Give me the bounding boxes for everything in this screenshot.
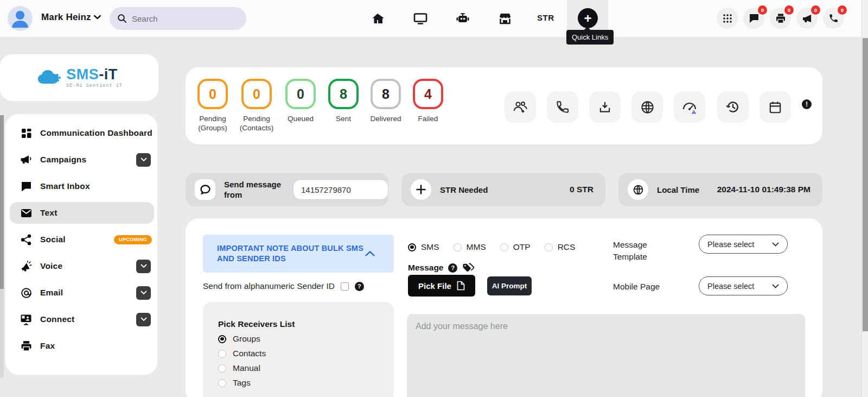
fax-button[interactable]: 0 xyxy=(770,8,791,29)
chevron-down-icon[interactable] xyxy=(136,153,151,167)
message-label-row: Message ? xyxy=(408,263,474,273)
radio-rcs[interactable] xyxy=(545,243,553,251)
avatar[interactable] xyxy=(8,6,33,31)
globe-button[interactable] xyxy=(631,91,663,123)
sidebar-item-email[interactable]: Email xyxy=(10,282,154,304)
mobile-page-label: Mobile Page xyxy=(613,281,667,293)
file-icon xyxy=(457,281,465,291)
gauge-alert-icon xyxy=(681,99,698,115)
chevron-up-icon[interactable] xyxy=(365,250,375,257)
chat-bubble-icon xyxy=(20,181,33,192)
sidebar-item-text[interactable]: Text xyxy=(10,202,154,224)
bulk-sms-note-text: IMPORTANT NOTE ABOUT BULK SMS AND SENDER… xyxy=(217,243,363,264)
download-icon xyxy=(598,100,612,114)
sidebar-item-fax[interactable]: Fax xyxy=(10,335,154,357)
str-needed-label: STR Needed xyxy=(440,185,488,195)
chevron-down-icon[interactable] xyxy=(136,313,151,326)
stats-card: 0 Pending (Groups) 0 Pending (Contacts) … xyxy=(186,67,822,144)
main-scrollbar-thumb[interactable] xyxy=(863,38,868,331)
home-icon[interactable] xyxy=(371,11,386,26)
type-option-otp[interactable]: OTP xyxy=(500,242,531,252)
tags-icon[interactable] xyxy=(462,263,474,273)
send-from-label: Send message from xyxy=(224,179,285,200)
local-time-value: 2024-11-10 01:49:38 PM xyxy=(717,185,810,194)
history-button[interactable] xyxy=(717,91,749,123)
help-icon[interactable]: ? xyxy=(355,282,364,291)
sidebar-scrollbar-thumb[interactable] xyxy=(0,115,4,289)
sender-id-label: Send from alphanumeric Sender ID xyxy=(203,281,335,291)
apps-grid-button[interactable] xyxy=(717,8,738,29)
radio-contacts[interactable] xyxy=(218,350,226,358)
radio-manual[interactable] xyxy=(218,364,226,373)
user-name[interactable]: Mark Heinz xyxy=(41,12,91,23)
store-icon[interactable] xyxy=(497,11,513,26)
sidebar-item-smart-inbox[interactable]: Smart Inbox xyxy=(10,175,154,197)
calendar-button[interactable] xyxy=(760,91,791,123)
receivers-option-contacts[interactable]: Contacts xyxy=(218,349,394,358)
ai-prompt-button[interactable]: AI Prompt xyxy=(487,276,532,295)
stat-pending-groups: 0 Pending (Groups) xyxy=(188,79,237,133)
megaphone-icon xyxy=(20,154,33,165)
at-icon xyxy=(20,287,33,299)
sidebar-item-campaigns[interactable]: Campaigns xyxy=(10,149,154,171)
help-icon[interactable]: ? xyxy=(448,263,457,273)
stat-pending-contacts: 0 Pending (Contacts) xyxy=(232,79,281,133)
chat-bubble-icon xyxy=(195,179,215,200)
search-input[interactable] xyxy=(132,14,229,23)
chat-badge: 0 xyxy=(758,5,767,15)
message-template-select[interactable]: Please select xyxy=(699,235,788,254)
chevron-down-icon xyxy=(772,242,779,247)
phone-button[interactable]: 0 xyxy=(823,8,844,29)
chevron-down-icon xyxy=(772,284,779,288)
call-button[interactable] xyxy=(547,91,578,123)
sidebar-item-social[interactable]: Social UPCOMING xyxy=(10,229,154,250)
search-bar[interactable] xyxy=(110,7,246,30)
message-label: Message xyxy=(408,263,443,273)
gauge-alert-button[interactable] xyxy=(674,91,705,123)
sidebar-item-voice[interactable]: Voice xyxy=(10,255,154,277)
robot-icon[interactable] xyxy=(455,11,470,26)
receivers-option-groups[interactable]: Groups xyxy=(218,334,394,344)
chevron-down-icon[interactable] xyxy=(136,286,151,300)
chevron-down-icon[interactable] xyxy=(93,15,101,20)
type-option-sms[interactable]: SMS xyxy=(408,242,439,252)
sidebar-item-communication-dashboard[interactable]: Communication Dashboard xyxy=(10,122,154,144)
logo-card: SMS-iT SE-Mi Sentient iT xyxy=(0,54,158,101)
type-option-mms[interactable]: MMS xyxy=(454,242,486,252)
bulk-sms-note[interactable]: IMPORTANT NOTE ABOUT BULK SMS AND SENDER… xyxy=(203,235,394,273)
message-textarea[interactable] xyxy=(407,314,805,397)
radio-mms[interactable] xyxy=(454,243,462,251)
radio-tags[interactable] xyxy=(218,379,226,387)
radio-groups[interactable] xyxy=(218,335,226,343)
pick-file-button[interactable]: Pick File xyxy=(408,275,475,297)
sidebar-item-connect[interactable]: Connect xyxy=(10,308,154,330)
str-topbar-label[interactable]: STR xyxy=(537,13,554,22)
campaigns-button[interactable]: 0 xyxy=(796,8,818,29)
stat-delivered: 8 Delivered xyxy=(361,79,410,123)
local-time-card: Local Time 2024-11-10 01:49:38 PM xyxy=(618,173,822,206)
add-contacts-button[interactable] xyxy=(505,91,536,123)
alert-icon[interactable]: ! xyxy=(802,99,812,109)
logo-title: SMS-iT xyxy=(66,67,123,82)
str-needed-value: 0 STR xyxy=(570,185,593,194)
sidebar-scrollbar[interactable] xyxy=(0,115,4,377)
radio-otp[interactable] xyxy=(500,243,508,251)
mobile-page-select[interactable]: Please select xyxy=(699,276,788,295)
receivers-option-manual[interactable]: Manual xyxy=(218,363,394,373)
logo-cloud-icon xyxy=(36,67,64,88)
radio-sms[interactable] xyxy=(408,243,416,251)
quick-links-button[interactable]: + xyxy=(578,8,598,28)
import-button[interactable] xyxy=(589,91,621,123)
chat-button[interactable]: 0 xyxy=(743,8,764,29)
send-from-input[interactable] xyxy=(293,179,388,200)
sender-id-checkbox[interactable] xyxy=(341,282,349,291)
monitor-icon[interactable] xyxy=(413,11,428,26)
chevron-down-icon[interactable] xyxy=(136,260,151,273)
message-type-row: SMS MMS OTP RCS xyxy=(408,242,575,252)
megaphone-icon xyxy=(802,13,813,24)
type-option-rcs[interactable]: RCS xyxy=(545,242,576,252)
main-scrollbar[interactable] xyxy=(861,0,868,397)
local-time-label: Local Time xyxy=(657,185,699,195)
sidebar-menu: Communication Dashboard Campaigns Smart … xyxy=(5,114,157,375)
receivers-option-tags[interactable]: Tags xyxy=(218,378,394,388)
